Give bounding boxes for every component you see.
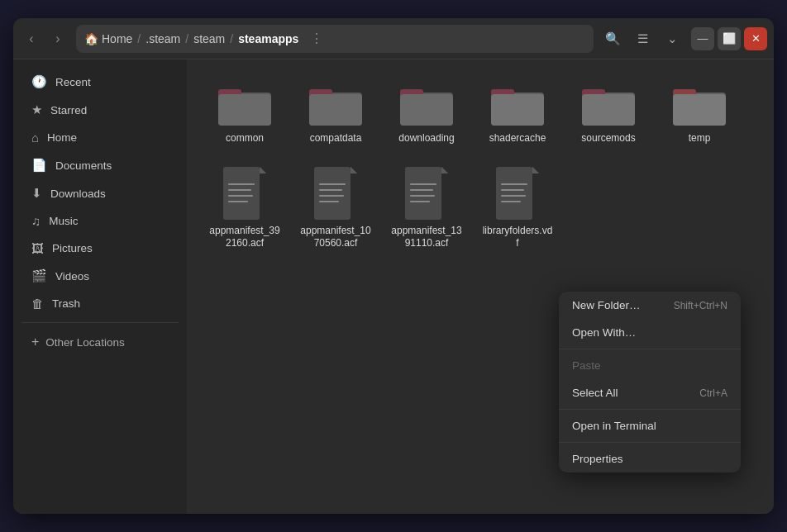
file-icon (223, 167, 266, 220)
file-item-shadercache[interactable]: shadercache (476, 76, 559, 152)
context-menu: New Folder… Shift+Ctrl+N Open With… Past… (559, 292, 741, 473)
context-menu-new-folder[interactable]: New Folder… Shift+Ctrl+N (559, 292, 741, 319)
file-grid: common compatdata (203, 76, 757, 257)
file-item-common[interactable]: common (203, 76, 286, 152)
breadcrumb-sep1: / (137, 32, 141, 45)
svg-rect-38 (410, 201, 430, 202)
sidebar-item-videos[interactable]: 🎬 Videos (18, 263, 182, 289)
file-item-libraryfolders[interactable]: libraryfolders.vdf (476, 160, 559, 257)
file-item-temp[interactable]: temp (658, 76, 741, 152)
sidebar-other-locations-label: Other Locations (45, 336, 124, 349)
svg-rect-24 (228, 201, 248, 202)
file-name: compatdata (310, 132, 362, 145)
file-manager-window: ‹ › 🏠 Home / .steam / steam / steamapps … (13, 18, 774, 514)
window-controls: — ⬜ ✕ (691, 27, 767, 50)
minimize-button[interactable]: — (691, 27, 714, 50)
file-name: appmanifest_392160.acf (208, 225, 281, 250)
breadcrumb: 🏠 Home / .steam / steam / steamapps ⋮ (76, 25, 594, 53)
sidebar-item-pictures[interactable]: 🖼 Pictures (18, 235, 182, 261)
new-folder-label: New Folder… (572, 299, 641, 311)
open-terminal-label: Open in Terminal (572, 420, 656, 432)
file-name: appmanifest_1391110.acf (390, 225, 463, 250)
svg-rect-45 (501, 201, 521, 202)
svg-rect-14 (582, 94, 635, 126)
file-item-appmanifest3[interactable]: appmanifest_1391110.acf (385, 160, 468, 257)
paste-label: Paste (572, 359, 601, 372)
context-menu-open-terminal[interactable]: Open in Terminal (559, 412, 741, 439)
home-icon: 🏠 (84, 32, 98, 45)
svg-marker-20 (260, 167, 266, 173)
star-icon: ★ (31, 102, 42, 117)
breadcrumb-part1[interactable]: .steam (145, 32, 180, 45)
folder-icon (400, 83, 453, 127)
svg-rect-2 (218, 94, 271, 126)
svg-rect-44 (501, 195, 526, 197)
svg-rect-11 (491, 94, 544, 126)
context-menu-open-with[interactable]: Open With… (559, 319, 741, 346)
svg-rect-21 (228, 183, 255, 185)
music-icon: ♫ (31, 214, 41, 228)
titlebar: ‹ › 🏠 Home / .steam / steam / steamapps … (13, 18, 774, 59)
sidebar-item-other-locations[interactable]: + Other Locations (18, 329, 182, 355)
svg-rect-18 (223, 167, 260, 220)
folder-icon (582, 83, 635, 127)
documents-icon: 📄 (31, 158, 47, 173)
view-icon: ☰ (637, 31, 648, 46)
context-menu-divider-2 (559, 409, 741, 410)
sidebar: 🕐 Recent ★ Starred ⌂ Home 📄 Documents ⬇ … (13, 59, 187, 514)
file-name: sourcemods (581, 132, 635, 145)
file-icon (405, 167, 448, 220)
open-with-label: Open With… (572, 326, 636, 339)
sidebar-item-recent[interactable]: 🕐 Recent (18, 69, 182, 95)
file-item-appmanifest1[interactable]: appmanifest_392160.acf (203, 160, 286, 257)
folder-icon (673, 83, 726, 127)
file-item-appmanifest2[interactable]: appmanifest_1070560.acf (294, 160, 377, 257)
view-options-button[interactable]: ⌄ (660, 26, 684, 51)
file-name: temp (689, 132, 711, 145)
select-all-shortcut: Ctrl+A (699, 387, 727, 399)
sidebar-item-documents[interactable]: 📄 Documents (18, 152, 182, 178)
svg-rect-29 (319, 189, 342, 191)
context-menu-select-all[interactable]: Select All Ctrl+A (559, 379, 741, 406)
titlebar-right: 🔍 ☰ ⌄ (600, 26, 684, 51)
close-button[interactable]: ✕ (744, 27, 767, 50)
breadcrumb-home[interactable]: Home (102, 32, 132, 45)
sidebar-item-label: Documents (55, 159, 112, 172)
maximize-button[interactable]: ⬜ (718, 27, 741, 50)
sidebar-item-label: Music (49, 215, 78, 227)
recent-icon: 🕐 (31, 74, 47, 89)
context-menu-paste[interactable]: Paste (559, 352, 741, 379)
forward-button[interactable]: › (46, 27, 69, 50)
plus-icon: + (31, 335, 39, 349)
file-name: appmanifest_1070560.acf (299, 225, 372, 250)
breadcrumb-sep2: / (185, 32, 188, 45)
sidebar-item-home[interactable]: ⌂ Home (18, 125, 182, 150)
sidebar-item-downloads[interactable]: ⬇ Downloads (18, 180, 182, 207)
search-icon: 🔍 (605, 31, 621, 46)
search-button[interactable]: 🔍 (600, 26, 625, 51)
trash-icon: 🗑 (31, 297, 44, 311)
file-item-sourcemods[interactable]: sourcemods (567, 76, 650, 152)
svg-rect-39 (496, 167, 532, 220)
svg-rect-31 (319, 201, 339, 202)
back-button[interactable]: ‹ (20, 27, 43, 50)
home-icon: ⌂ (31, 131, 39, 145)
breadcrumb-part2[interactable]: steam (193, 32, 225, 45)
sidebar-item-music[interactable]: ♫ Music (18, 208, 182, 234)
downloads-icon: ⬇ (31, 186, 42, 201)
svg-rect-28 (319, 183, 346, 185)
file-item-downloading[interactable]: downloading (385, 76, 468, 152)
chevron-down-icon: ⌄ (667, 31, 678, 46)
breadcrumb-current: steamapps (238, 32, 298, 45)
svg-marker-41 (532, 167, 539, 173)
sidebar-item-trash[interactable]: 🗑 Trash (18, 291, 182, 316)
sidebar-item-label: Home (47, 131, 77, 144)
context-menu-properties[interactable]: Properties (559, 445, 741, 473)
breadcrumb-more-button[interactable]: ⋮ (307, 29, 327, 48)
svg-rect-32 (405, 167, 441, 220)
sidebar-item-starred[interactable]: ★ Starred (18, 97, 182, 123)
properties-label: Properties (572, 453, 623, 465)
sidebar-item-label: Starred (50, 104, 87, 116)
view-button[interactable]: ☰ (630, 26, 655, 51)
file-item-compatdata[interactable]: compatdata (294, 76, 377, 152)
